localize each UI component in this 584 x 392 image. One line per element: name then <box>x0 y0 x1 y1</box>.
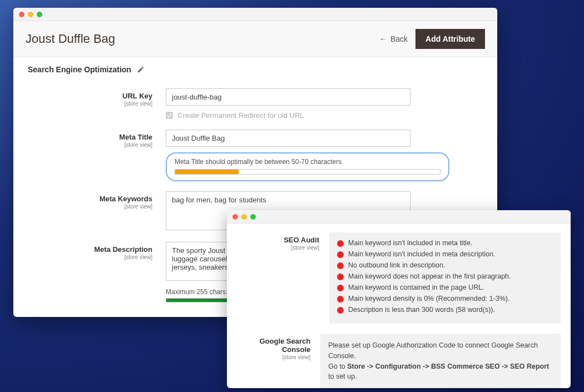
label-col: Google Search Console [store view] <box>237 334 320 360</box>
window-zoom-icon[interactable] <box>250 214 256 220</box>
audit-item-text: Main keyword does not appear in the firs… <box>348 272 511 280</box>
audit-item: Main keyword isn't included in meta titl… <box>337 239 553 247</box>
seo-audit-scope: [store view] <box>237 245 319 251</box>
window-minimize-icon[interactable] <box>241 214 247 220</box>
back-label: Back <box>390 34 408 43</box>
audit-item-text: Main keyword is contained in the page UR… <box>348 284 484 291</box>
error-dot-icon <box>337 262 344 269</box>
titlebar <box>227 210 571 224</box>
error-dot-icon <box>337 240 344 247</box>
back-button[interactable]: ← Back <box>379 34 408 43</box>
label-col: Meta Title [store view] <box>34 130 166 148</box>
row-seo-audit: SEO Audit [store view] Main keyword isn'… <box>237 232 561 324</box>
error-dot-icon <box>337 307 344 314</box>
audit-item: No outbound link in description. <box>337 261 553 269</box>
window-minimize-icon[interactable] <box>28 12 33 17</box>
audit-item: Description is less than 300 words (58 w… <box>337 306 553 314</box>
console-scope: [store view] <box>237 354 310 360</box>
meta-title-input[interactable] <box>166 130 410 147</box>
audit-item-text: Main keyword isn't included in meta desc… <box>348 250 495 258</box>
label-col: SEO Audit [store view] <box>237 232 329 251</box>
meta-title-scope: [store view] <box>34 142 152 148</box>
edit-icon <box>137 66 145 73</box>
meta-keywords-scope: [store view] <box>34 204 152 210</box>
header-actions: ← Back Add Attribute <box>379 29 485 49</box>
row-meta-title: Meta Title [store view] Meta Title shoul… <box>34 130 476 181</box>
window-zoom-icon[interactable] <box>37 12 42 17</box>
label-col: URL Key [store view] <box>34 88 166 107</box>
meta-description-scope: [store view] <box>34 254 152 260</box>
error-dot-icon <box>337 274 344 280</box>
seo-audit-label: SEO Audit <box>284 236 319 244</box>
audit-item: Main keyword is contained in the page UR… <box>337 284 553 291</box>
input-col: Meta Title should optimally be between 5… <box>166 130 476 181</box>
meta-title-bar-fill <box>175 170 239 174</box>
audit-item-text: Main keyword density is 0% (Recommended:… <box>348 295 509 302</box>
meta-title-note-text: Meta Title should optimally be between 5… <box>175 158 441 166</box>
audit-window: SEO Audit [store view] Main keyword isn'… <box>227 210 571 388</box>
page-title: Joust Duffle Bag <box>26 32 115 46</box>
input-col: Create Permanent Redirect for old URL <box>166 88 476 120</box>
window-close-icon[interactable] <box>232 214 238 220</box>
audit-item-text: Description is less than 300 words (58 w… <box>348 306 495 314</box>
label-col: Meta Keywords [store view] <box>34 191 166 210</box>
url-key-label: URL Key <box>122 92 152 100</box>
url-key-scope: [store view] <box>34 101 152 107</box>
add-attribute-button[interactable]: Add Attribute <box>415 29 485 49</box>
error-dot-icon <box>337 251 344 258</box>
window-close-icon[interactable] <box>19 12 24 17</box>
meta-title-bar <box>175 169 441 175</box>
seo-audit-box: Main keyword isn't included in meta titl… <box>329 232 561 324</box>
arrow-left-icon: ← <box>379 34 387 43</box>
meta-keywords-label: Meta Keywords <box>100 195 152 203</box>
audit-item: Main keyword does not appear in the firs… <box>337 272 553 280</box>
titlebar <box>13 8 497 21</box>
page-header: Joust Duffle Bag ← Back Add Attribute <box>13 21 497 57</box>
console-line1: Please set up Google Authorization Code … <box>328 340 553 361</box>
audit-item-text: No outbound link in description. <box>348 261 445 269</box>
meta-title-note: Meta Title should optimally be between 5… <box>166 152 449 181</box>
redirect-row: Create Permanent Redirect for old URL <box>166 111 476 120</box>
audit-body: SEO Audit [store view] Main keyword isn'… <box>227 224 571 388</box>
error-dot-icon <box>337 296 344 302</box>
redirect-checkbox <box>166 112 173 119</box>
label-col: Meta Description [store view] <box>34 242 166 260</box>
console-line2: Go to Store -> Configuration -> BSS Comm… <box>328 361 553 383</box>
audit-item-text: Main keyword isn't included in meta titl… <box>348 239 472 247</box>
meta-description-label: Meta Description <box>94 245 152 254</box>
row-google-console: Google Search Console [store view] Pleas… <box>237 334 561 388</box>
redirect-label: Create Permanent Redirect for old URL <box>177 111 304 120</box>
row-url-key: URL Key [store view] Create Permanent Re… <box>34 88 476 120</box>
audit-item: Main keyword isn't included in meta desc… <box>337 250 553 258</box>
console-box: Please set up Google Authorization Code … <box>320 334 561 388</box>
console-label: Google Search Console <box>259 337 310 354</box>
error-dot-icon <box>337 285 344 291</box>
audit-item: Main keyword density is 0% (Recommended:… <box>337 295 553 302</box>
section-head-seo[interactable]: Search Engine Optimization <box>13 57 497 77</box>
url-key-input[interactable] <box>166 88 410 106</box>
meta-title-label: Meta Title <box>119 133 152 141</box>
section-title: Search Engine Optimization <box>28 65 131 74</box>
